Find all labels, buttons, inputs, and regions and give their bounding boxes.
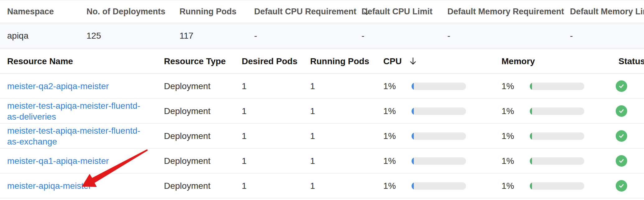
memory-progress-bar — [530, 132, 584, 140]
default-memory-requirement-value: - — [447, 31, 570, 41]
memory-progress-bar — [530, 107, 584, 115]
status-cell — [618, 105, 642, 117]
col-header-default-memory-requirement[interactable]: Default Memory Requirement — [447, 7, 570, 17]
desired-pods: 1 — [242, 106, 310, 116]
memory-cell: 1% — [502, 81, 618, 91]
resource-type: Deployment — [164, 131, 242, 141]
cpu-value: 1% — [383, 131, 412, 141]
col-header-default-memory-limit[interactable]: Default Memory Limit — [570, 7, 644, 17]
resource-name-cell: meister-qa2-apiqa-meister — [7, 81, 164, 92]
table-row: meister-qa2-apiqa-meister Deployment 1 1… — [0, 74, 644, 99]
status-healthy-icon — [616, 155, 627, 167]
col-header-status[interactable]: Status — [618, 56, 644, 66]
running-pods: 1 — [310, 131, 383, 141]
cpu-cell: 1% — [383, 181, 502, 191]
resource-link[interactable]: meister-test-apiqa-meister-fluentd-as-ex… — [7, 125, 148, 147]
running-pods: 1 — [310, 81, 383, 91]
resource-name-cell: meister-qa1-apiqa-meister — [7, 155, 164, 166]
status-healthy-icon — [616, 130, 627, 142]
desired-pods: 1 — [242, 81, 310, 91]
resource-type: Deployment — [164, 106, 242, 116]
memory-value: 1% — [502, 131, 530, 141]
namespace-name: apiqa — [7, 31, 86, 41]
resource-name-cell: meister-test-apiqa-meister-fluentd-as-de… — [7, 100, 164, 122]
status-cell — [618, 80, 642, 92]
resource-link[interactable]: meister-test-apiqa-meister-fluentd-as-de… — [7, 100, 148, 122]
memory-progress-bar — [530, 182, 584, 190]
resource-name-cell: meister-test-apiqa-meister-fluentd-as-ex… — [7, 125, 164, 147]
col-header-desired-pods[interactable]: Desired Pods — [242, 56, 310, 66]
resource-type: Deployment — [164, 181, 242, 191]
cpu-progress-bar — [412, 107, 466, 115]
resource-table-header: Resource Name Resource Type Desired Pods… — [0, 49, 644, 74]
memory-value: 1% — [502, 181, 530, 191]
resource-link[interactable]: meister-qa1-apiqa-meister — [7, 155, 109, 166]
resource-type: Deployment — [164, 81, 242, 91]
memory-cell: 1% — [502, 181, 618, 191]
col-header-namespace[interactable]: Namespace — [7, 7, 86, 17]
status-healthy-icon — [616, 80, 627, 92]
running-pods-count: 117 — [180, 31, 254, 41]
cpu-value: 1% — [383, 81, 412, 91]
namespace-row-apiqa[interactable]: apiqa 125 117 - - - - — [0, 23, 644, 49]
col-header-default-cpu-limit[interactable]: Default CPU Limit — [362, 7, 447, 17]
cpu-cell: 1% — [383, 106, 502, 116]
table-row: meister-test-apiqa-meister-fluentd-as-ex… — [0, 124, 644, 149]
desired-pods: 1 — [242, 131, 310, 141]
col-header-deployments[interactable]: No. of Deployments — [86, 7, 180, 17]
cpu-progress-bar — [412, 132, 466, 140]
cpu-cell: 1% — [383, 81, 502, 91]
memory-value: 1% — [502, 156, 530, 166]
namespace-table: Namespace No. of Deployments Running Pod… — [0, 0, 644, 49]
col-header-running-pods[interactable]: Running Pods — [310, 56, 383, 66]
sort-arrow-down-icon — [409, 57, 417, 66]
col-header-default-cpu-requirement[interactable]: Default CPU Requirement — [254, 7, 362, 17]
cpu-cell: 1% — [383, 131, 502, 141]
status-healthy-icon — [616, 180, 627, 192]
default-cpu-requirement-value: - — [254, 31, 362, 41]
memory-cell: 1% — [502, 156, 618, 166]
resource-table: Resource Name Resource Type Desired Pods… — [0, 49, 644, 198]
resource-link[interactable]: meister-qa2-apiqa-meister — [7, 81, 109, 92]
col-header-cpu-label: CPU — [383, 56, 402, 66]
cpu-progress-bar — [412, 157, 466, 165]
desired-pods: 1 — [242, 181, 310, 191]
default-memory-limit-value: - — [570, 31, 642, 41]
cpu-value: 1% — [383, 106, 412, 116]
cpu-value: 1% — [383, 181, 412, 191]
status-cell — [618, 180, 642, 192]
col-header-default-cpu-requirement-label: Default CPU Requirement — [254, 7, 357, 17]
running-pods: 1 — [310, 156, 383, 166]
desired-pods: 1 — [242, 156, 310, 166]
col-header-running-pods[interactable]: Running Pods — [180, 7, 254, 17]
memory-value: 1% — [502, 81, 530, 91]
namespace-table-header: Namespace No. of Deployments Running Pod… — [0, 0, 644, 23]
cpu-progress-bar — [412, 83, 466, 90]
col-header-resource-type[interactable]: Resource Type — [164, 56, 242, 66]
memory-cell: 1% — [502, 131, 618, 141]
running-pods: 1 — [310, 106, 383, 116]
status-healthy-icon — [616, 105, 627, 117]
table-row: meister-apiqa-meister Deployment 1 1 1% … — [0, 174, 644, 198]
cpu-value: 1% — [383, 156, 412, 166]
memory-progress-bar — [530, 83, 584, 90]
col-header-resource-name[interactable]: Resource Name — [7, 56, 164, 66]
resource-type: Deployment — [164, 156, 242, 166]
col-header-cpu[interactable]: CPU — [383, 56, 502, 66]
status-cell — [618, 130, 642, 142]
col-header-memory[interactable]: Memory — [502, 56, 618, 66]
resource-name-cell: meister-apiqa-meister — [7, 180, 164, 191]
status-cell — [618, 155, 642, 167]
memory-value: 1% — [502, 106, 530, 116]
deployments-count: 125 — [86, 31, 180, 41]
memory-cell: 1% — [502, 106, 618, 116]
memory-progress-bar — [530, 157, 584, 165]
running-pods: 1 — [310, 181, 383, 191]
table-row: meister-qa1-apiqa-meister Deployment 1 1… — [0, 149, 644, 174]
cpu-cell: 1% — [383, 156, 502, 166]
table-row: meister-test-apiqa-meister-fluentd-as-de… — [0, 99, 644, 124]
default-cpu-limit-value: - — [362, 31, 447, 41]
resource-link[interactable]: meister-apiqa-meister — [7, 180, 91, 191]
cpu-progress-bar — [412, 182, 466, 190]
